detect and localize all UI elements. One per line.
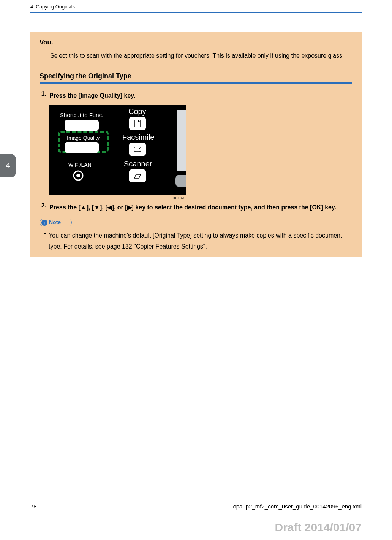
chapter-side-tab: 4 [0, 154, 16, 177]
step-1-text: Press the [Image Quality] key. [49, 90, 135, 101]
scanner-label: Scanner [124, 160, 152, 168]
panel-edge-knob [175, 175, 186, 187]
shortcut-button [65, 120, 99, 131]
step2-mid1: ], [ [87, 204, 94, 211]
facsimile-label: Facsimile [122, 133, 154, 142]
image-quality-label: Image Quality [67, 135, 100, 141]
content-block: Vou. Select this to scan with the approp… [30, 32, 362, 257]
shortcut-label: Shortcut to Func. [60, 112, 103, 118]
figure-reference: DCT875 [49, 196, 186, 200]
svg-rect-4 [139, 148, 140, 149]
note-badge: ↓Note [40, 219, 72, 226]
page-header: 4. Copying Originals [30, 4, 362, 13]
step2-prefix: Press the [ [49, 204, 81, 211]
panel-edge [177, 110, 186, 171]
down-circle-icon: ↓ [41, 220, 47, 226]
bullet-icon: • [44, 230, 49, 252]
copy-button [129, 117, 146, 130]
image-quality-button [65, 142, 99, 153]
svg-point-1 [76, 174, 80, 177]
page-footer: 78 opal-p2_mf2_com_user_guide_00142096_e… [30, 503, 362, 510]
section-heading: Specifying the Original Type [40, 72, 352, 84]
wifi-lan-label: WIFI/LAN [68, 162, 92, 168]
device-panel-illustration: Shortcut to Func. Image Quality WIFI/LAN… [49, 105, 186, 195]
step-2-text: Press the [▲], [▼], [◀], or [▶] key to s… [49, 202, 336, 212]
facsimile-icon [133, 146, 142, 153]
note-text: You can change the machine's default [Or… [49, 230, 352, 252]
note-label: Note [49, 219, 61, 225]
left-arrow-icon: ◀ [107, 204, 112, 211]
svg-rect-2 [135, 120, 140, 127]
chapter-title: 4. Copying Originals [30, 4, 75, 10]
scanner-button [129, 169, 146, 182]
up-arrow-icon: ▲ [81, 204, 87, 211]
vou-heading: Vou. [40, 39, 352, 46]
step-1: 1. Press the [Image Quality] key. [40, 90, 352, 101]
step-1-number: 1. [40, 90, 49, 101]
right-arrow-icon: ▶ [127, 204, 132, 211]
scanner-icon [134, 173, 141, 179]
draft-watermark: Draft 2014/01/07 [275, 521, 362, 534]
copy-icon [134, 120, 141, 127]
page-number: 78 [30, 503, 37, 510]
facsimile-button [129, 143, 146, 156]
chapter-number: 4 [6, 161, 10, 171]
note-bullet: • You can change the machine's default [… [44, 230, 352, 252]
vou-description: Select this to scan with the appropriate… [50, 50, 352, 62]
step-2: 2. Press the [▲], [▼], [◀], or [▶] key t… [40, 202, 352, 212]
wifi-lan-icon [72, 169, 84, 182]
step2-mid2: ], [ [100, 204, 107, 211]
step2-mid3: ], or [ [112, 204, 127, 211]
down-arrow-icon: ▼ [94, 204, 100, 211]
step-2-number: 2. [40, 202, 49, 212]
source-file: opal-p2_mf2_com_user_guide_00142096_eng.… [233, 503, 362, 510]
copy-label: Copy [128, 107, 146, 116]
svg-rect-3 [134, 147, 141, 152]
step2-suffix: ] key to select the desired document typ… [132, 204, 337, 211]
